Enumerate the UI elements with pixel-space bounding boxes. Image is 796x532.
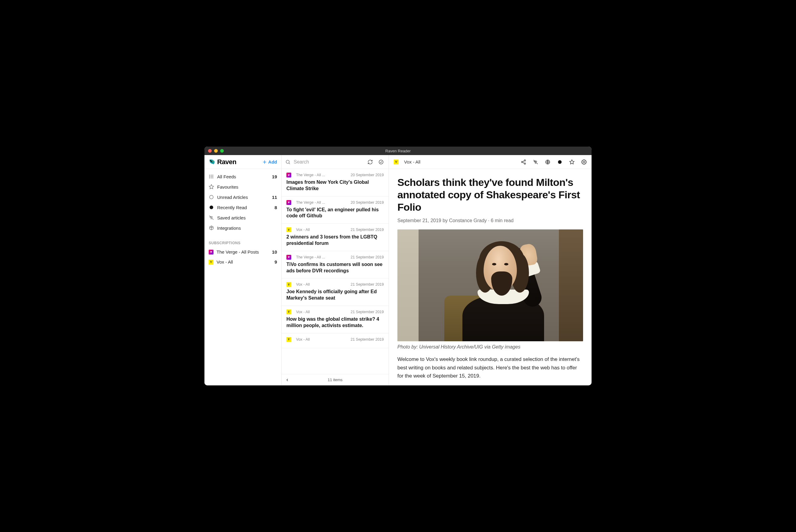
articles-header xyxy=(281,155,389,169)
svg-point-17 xyxy=(524,163,525,165)
article-item[interactable]: VVox - All21 September 2019 xyxy=(281,334,389,348)
items-count: 11 items xyxy=(328,378,343,382)
articles-footer: 11 items xyxy=(281,374,389,385)
article-date: 21 September 2019 xyxy=(351,282,384,287)
svg-point-14 xyxy=(379,160,383,164)
sidebar-item-saved[interactable]: Saved articles xyxy=(204,212,281,223)
nav-count: 19 xyxy=(272,174,277,179)
box-icon xyxy=(209,225,214,231)
circle-outline-icon xyxy=(209,194,214,200)
verge-icon: ▼ xyxy=(286,200,291,205)
svg-point-15 xyxy=(524,159,525,161)
vox-icon: V xyxy=(209,260,214,265)
open-in-browser-button[interactable] xyxy=(545,159,551,165)
subscription-count: 10 xyxy=(272,249,277,254)
subscription-vox[interactable]: V Vox - All 9 xyxy=(204,257,281,267)
article-list-title: 2 winners and 3 losers from the LGBTQ pr… xyxy=(286,234,384,247)
search-icon xyxy=(285,159,291,165)
favourite-button[interactable] xyxy=(569,159,575,165)
mark-read-button[interactable] xyxy=(557,159,562,165)
refresh-button[interactable] xyxy=(366,158,374,166)
raven-logo-icon xyxy=(209,159,215,165)
verge-icon: ▼ xyxy=(209,250,214,254)
nav-label: Integrations xyxy=(217,226,277,231)
reader-header: V Vox - All xyxy=(389,155,592,169)
article-item[interactable]: ▼The Verge - All ...20 September 2019To … xyxy=(281,196,389,224)
svg-line-13 xyxy=(289,163,290,164)
article-item[interactable]: ▼The Verge - All ...21 September 2019TiV… xyxy=(281,251,389,279)
sidebar-item-integrations[interactable]: Integrations xyxy=(204,223,281,233)
plus-icon xyxy=(262,159,267,165)
svg-marker-24 xyxy=(570,159,574,164)
save-offline-button[interactable] xyxy=(533,159,538,165)
article-source: ▼The Verge - All ... xyxy=(286,200,325,205)
sidebar-item-unread[interactable]: Unread Articles 11 xyxy=(204,192,281,202)
subscription-label: Vox - All xyxy=(217,259,275,265)
subscription-verge[interactable]: ▼ The Verge - All Posts 10 xyxy=(204,247,281,257)
subscription-count: 9 xyxy=(275,259,277,265)
article-source: VVox - All xyxy=(286,337,310,342)
star-icon xyxy=(209,184,214,190)
share-button[interactable] xyxy=(521,159,526,165)
nav-label: Saved articles xyxy=(217,215,277,220)
vox-icon: V xyxy=(286,282,291,287)
sidebar-item-favourites[interactable]: Favourites xyxy=(204,182,281,192)
add-feed-button[interactable]: Add xyxy=(262,159,277,165)
article-list-title: Images from New York City's Global Clima… xyxy=(286,179,384,192)
back-button[interactable] xyxy=(285,378,290,382)
nav-count: 8 xyxy=(275,205,277,210)
sidebar-nav: All Feeds 19 Favourites Unread Articles … xyxy=(204,169,281,235)
article-item[interactable]: ▼The Verge - All ...20 September 2019Ima… xyxy=(281,169,389,196)
nav-count: 11 xyxy=(272,195,277,200)
article-list-title: How big was the global climate strike? 4… xyxy=(286,316,384,329)
article-list-title: TiVo confirms its customers will soon se… xyxy=(286,262,384,274)
svg-point-12 xyxy=(286,160,290,164)
article-list-title: To fight 'evil' ICE, an engineer pulled … xyxy=(286,207,384,220)
sidebar: Raven Add All Feeds 19 Favourites xyxy=(204,155,281,385)
reader-body[interactable]: Scholars think they've found Milton's an… xyxy=(389,169,592,385)
article-item[interactable]: VVox - All21 September 2019Joe Kennedy i… xyxy=(281,279,389,306)
vox-icon: V xyxy=(286,227,291,232)
article-source: ▼The Verge - All ... xyxy=(286,255,325,260)
verge-icon: ▼ xyxy=(286,173,291,177)
search-input[interactable] xyxy=(294,159,363,165)
article-item[interactable]: VVox - All21 September 20192 winners and… xyxy=(281,224,389,251)
article-title: Scholars think they've found Milton's an… xyxy=(397,176,583,213)
reader-source-label: Vox - All xyxy=(404,159,420,165)
article-date: 20 September 2019 xyxy=(351,201,384,205)
article-list[interactable]: ▼The Verge - All ...20 September 2019Ima… xyxy=(281,169,389,374)
subscription-label: The Verge - All Posts xyxy=(217,249,272,254)
article-source: VVox - All xyxy=(286,309,310,315)
vox-icon: V xyxy=(394,159,399,165)
offline-icon xyxy=(209,215,214,220)
app-logo: Raven xyxy=(209,158,237,166)
sidebar-item-recently-read[interactable]: Recently Read 8 xyxy=(204,202,281,212)
mark-all-read-button[interactable] xyxy=(377,158,385,166)
circle-filled-icon xyxy=(209,205,214,210)
article-item[interactable]: VVox - All21 September 2019How big was t… xyxy=(281,306,389,334)
svg-point-10 xyxy=(211,218,212,219)
article-date: 21 September 2019 xyxy=(351,255,384,259)
svg-point-23 xyxy=(558,160,562,164)
reader-actions xyxy=(521,159,587,165)
nav-label: Recently Read xyxy=(217,205,275,210)
svg-point-25 xyxy=(584,161,585,163)
vox-icon: V xyxy=(286,309,291,315)
nav-label: Favourites xyxy=(217,184,277,190)
svg-point-0 xyxy=(213,160,214,161)
article-date: 20 September 2019 xyxy=(351,173,384,177)
article-source: VVox - All xyxy=(286,282,310,287)
svg-line-18 xyxy=(523,160,524,162)
window-title: Raven Reader xyxy=(204,149,592,153)
svg-point-16 xyxy=(521,161,523,163)
article-hero-image xyxy=(397,229,583,341)
svg-point-5 xyxy=(209,176,210,177)
svg-point-6 xyxy=(209,178,210,178)
article-byline: September 21, 2019 by Constance Grady · … xyxy=(397,218,583,223)
image-caption: Photo by: Universal History Archive/UIG … xyxy=(397,344,583,350)
sidebar-item-all-feeds[interactable]: All Feeds 19 xyxy=(204,171,281,182)
nav-label: All Feeds xyxy=(217,174,272,179)
settings-button[interactable] xyxy=(581,159,587,165)
vox-icon: V xyxy=(286,337,291,342)
article-source: VVox - All xyxy=(286,227,310,232)
